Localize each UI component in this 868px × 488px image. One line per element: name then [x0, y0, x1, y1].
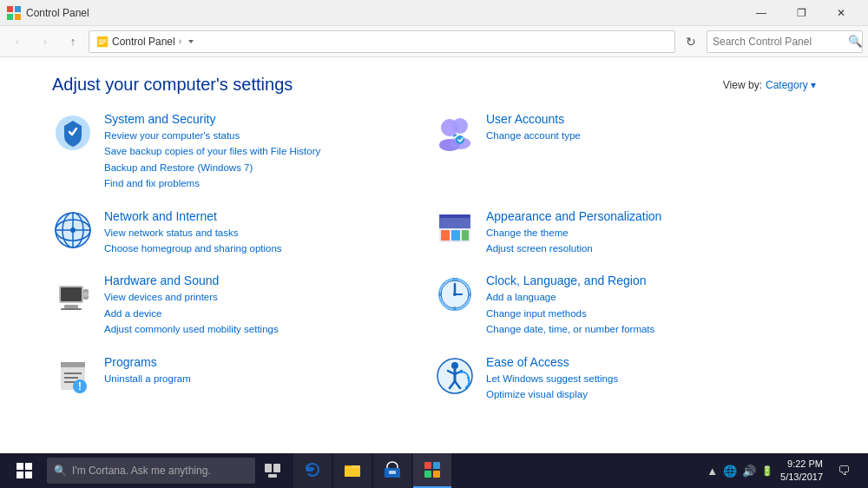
search-input[interactable] [707, 36, 848, 48]
control-panel-app[interactable] [413, 453, 451, 488]
task-view-button[interactable] [257, 453, 288, 488]
page-title: Adjust your computer's settings [52, 75, 293, 95]
refresh-button[interactable]: ↻ [679, 30, 703, 54]
categories-grid: System and Security Review your computer… [0, 103, 868, 411]
store-app[interactable] [373, 453, 411, 488]
clock-language-link-2[interactable]: Change input methods [486, 306, 807, 321]
hardware-sound-link-1[interactable]: View devices and printers [104, 289, 425, 305]
view-by-label: View by: [723, 79, 762, 91]
window-title: Control Panel [26, 7, 89, 19]
svg-rect-44 [61, 362, 85, 367]
hardware-sound-link-3[interactable]: Adjust commonly used mobility settings [104, 321, 425, 337]
hardware-sound-link-2[interactable]: Add a device [104, 306, 425, 321]
file-explorer-icon [344, 462, 361, 478]
clock-language-text: Clock, Language, and Region Add a langua… [486, 274, 807, 337]
programs-title[interactable]: Programs [104, 355, 425, 369]
file-explorer-app[interactable] [333, 453, 372, 488]
network-internet-link-2[interactable]: Choose homegroup and sharing options [104, 241, 425, 256]
hardware-sound-icon [52, 274, 94, 315]
minimize-button[interactable]: — [741, 0, 781, 26]
system-security-link-1[interactable]: Review your computer's status [104, 128, 425, 143]
svg-rect-7 [99, 43, 104, 43]
svg-rect-29 [61, 287, 82, 301]
view-by-control: View by: Category ▾ [723, 79, 816, 91]
svg-rect-33 [61, 308, 82, 310]
svg-marker-8 [188, 40, 194, 43]
title-bar-controls: — ❐ ✕ [741, 0, 861, 26]
view-by-value[interactable]: Category ▾ [766, 79, 816, 91]
show-hidden-icon[interactable]: ▲ [707, 465, 718, 478]
maximize-button[interactable]: ❐ [781, 0, 821, 26]
svg-rect-65 [345, 468, 360, 477]
network-tray-icon[interactable]: 🌐 [723, 465, 737, 478]
category-hardware-sound: Hardware and Sound View devices and prin… [52, 265, 434, 346]
clock[interactable]: 9:22 PM 5/13/2017 [780, 458, 823, 485]
up-button[interactable]: ↑ [61, 30, 85, 54]
ease-of-access-title[interactable]: Ease of Access [486, 355, 807, 369]
category-ease-of-access: Ease of Access Let Windows suggest setti… [434, 346, 816, 412]
control-panel-icon [7, 6, 21, 20]
path-dropdown-icon [187, 37, 195, 46]
address-path[interactable]: Control Panel › [89, 30, 675, 53]
volume-tray-icon[interactable]: 🔊 [742, 465, 756, 478]
title-bar: Control Panel — ❐ ✕ [0, 0, 868, 26]
svg-rect-2 [7, 14, 13, 20]
svg-rect-47 [64, 381, 75, 383]
appearance-icon [434, 209, 476, 251]
clock-language-title[interactable]: Clock, Language, and Region [486, 274, 807, 287]
start-button[interactable] [3, 453, 45, 488]
svg-point-11 [452, 118, 468, 134]
taskbar-right: ▲ 🌐 🔊 🔋 9:22 PM 5/13/2017 🗨 [707, 453, 865, 488]
back-button[interactable]: ‹ [5, 30, 30, 54]
network-internet-title[interactable]: Network and Internet [104, 209, 425, 223]
system-security-link-3[interactable]: Backup and Restore (Windows 7) [104, 160, 425, 175]
ease-of-access-link-1[interactable]: Let Windows suggest settings [486, 371, 807, 386]
forward-button[interactable]: › [33, 30, 57, 54]
clock-time: 9:22 PM [780, 458, 823, 471]
ease-of-access-link-2[interactable]: Optimize visual display [486, 386, 807, 402]
appearance-title[interactable]: Appearance and Personalization [486, 209, 807, 223]
edge-icon [304, 461, 321, 478]
edge-app[interactable] [293, 453, 332, 488]
svg-rect-63 [268, 474, 277, 478]
user-accounts-icon [434, 112, 476, 154]
svg-rect-23 [439, 218, 470, 228]
notification-button[interactable]: 🗨 [830, 453, 858, 488]
system-security-icon [52, 112, 94, 154]
svg-rect-25 [451, 230, 460, 241]
system-tray: ▲ 🌐 🔊 🔋 [707, 465, 773, 478]
svg-rect-71 [424, 471, 431, 478]
user-accounts-link-1[interactable]: Change account type [486, 128, 807, 143]
close-button[interactable]: ✕ [821, 0, 861, 26]
task-view-icon [265, 464, 280, 478]
cortana-search[interactable]: 🔍 I'm Cortana. Ask me anything. [47, 458, 255, 484]
svg-text:!: ! [78, 380, 82, 392]
appearance-link-2[interactable]: Adjust screen resolution [486, 241, 807, 256]
svg-rect-6 [99, 41, 107, 42]
svg-rect-62 [273, 464, 280, 472]
svg-point-38 [453, 293, 457, 296]
search-button[interactable]: 🔍 [848, 30, 863, 53]
svg-rect-58 [25, 463, 32, 470]
category-network-internet: Network and Internet View network status… [52, 201, 434, 266]
user-accounts-title[interactable]: User Accounts [486, 112, 807, 126]
system-security-title[interactable]: System and Security [104, 112, 425, 126]
hardware-sound-title[interactable]: Hardware and Sound [104, 274, 425, 287]
svg-rect-24 [441, 230, 450, 241]
svg-rect-72 [433, 471, 440, 478]
clock-language-link-3[interactable]: Change date, time, or number formats [486, 321, 807, 337]
network-internet-link-1[interactable]: View network status and tasks [104, 225, 425, 241]
svg-rect-66 [345, 465, 351, 467]
system-security-link-2[interactable]: Save backup copies of your files with Fi… [104, 143, 425, 159]
control-panel-taskbar-icon [424, 461, 441, 478]
clock-language-link-1[interactable]: Add a language [486, 289, 807, 305]
system-security-link-4[interactable]: Find and fix problems [104, 175, 425, 191]
clock-date: 5/13/2017 [780, 471, 823, 484]
battery-tray-icon[interactable]: 🔋 [761, 465, 773, 477]
taskbar: 🔍 I'm Cortana. Ask me anything. [0, 453, 868, 488]
store-icon [384, 461, 401, 478]
appearance-link-1[interactable]: Change the theme [486, 225, 807, 241]
system-security-text: System and Security Review your computer… [104, 112, 425, 192]
programs-link-1[interactable]: Uninstall a program [104, 371, 425, 386]
taskbar-apps [293, 453, 451, 488]
